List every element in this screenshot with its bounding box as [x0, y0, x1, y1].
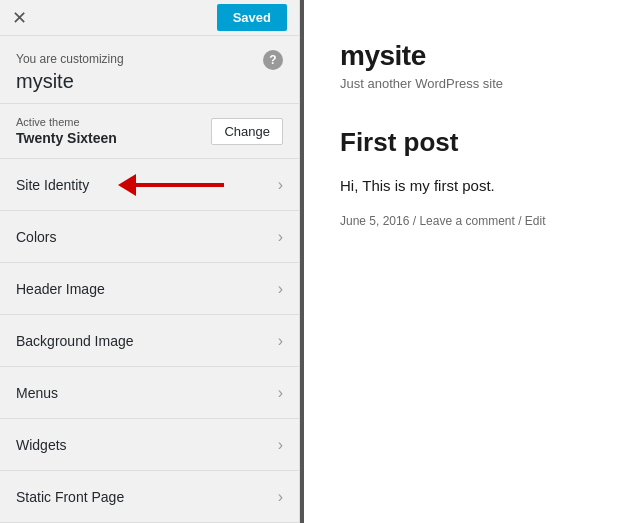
- post-date: June 5, 2016: [340, 214, 409, 228]
- leave-comment-link[interactable]: Leave a comment: [419, 214, 514, 228]
- theme-label: Active theme: [16, 116, 117, 128]
- chevron-right-icon: ›: [278, 280, 283, 298]
- change-theme-button[interactable]: Change: [211, 118, 283, 145]
- menu-item-widgets[interactable]: Widgets ›: [0, 419, 299, 471]
- menu-item-menus[interactable]: Menus ›: [0, 367, 299, 419]
- theme-name: Twenty Sixteen: [16, 130, 117, 146]
- help-icon[interactable]: ?: [263, 50, 283, 70]
- meta-separator: /: [518, 214, 525, 228]
- chevron-right-icon: ›: [278, 384, 283, 402]
- customizer-panel: ✕ Saved You are customizing ? mysite Act…: [0, 0, 300, 523]
- edit-link[interactable]: Edit: [525, 214, 546, 228]
- menu-item-label: Menus: [16, 385, 58, 401]
- menu-item-background-image[interactable]: Background Image ›: [0, 315, 299, 367]
- top-bar: ✕ Saved: [0, 0, 299, 36]
- customizing-section: You are customizing ? mysite: [0, 36, 299, 104]
- site-name: mysite: [16, 70, 283, 93]
- saved-button[interactable]: Saved: [217, 4, 287, 31]
- theme-info: Active theme Twenty Sixteen: [16, 116, 117, 146]
- menu-item-label: Colors: [16, 229, 56, 245]
- arrow-annotation: [118, 174, 224, 196]
- preview-post-meta: June 5, 2016 / Leave a comment / Edit: [340, 214, 604, 228]
- menu-item-colors[interactable]: Colors ›: [0, 211, 299, 263]
- chevron-right-icon: ›: [278, 436, 283, 454]
- preview-post-title: First post: [340, 127, 604, 158]
- arrow-line: [136, 183, 224, 187]
- theme-section: Active theme Twenty Sixteen Change: [0, 104, 299, 159]
- menu-item-label: Static Front Page: [16, 489, 124, 505]
- preview-site-title: mysite: [340, 40, 604, 72]
- menu-item-label: Widgets: [16, 437, 67, 453]
- arrow-head: [118, 174, 136, 196]
- menu-item-site-identity[interactable]: Site Identity ›: [0, 159, 299, 211]
- menu-item-header-image[interactable]: Header Image ›: [0, 263, 299, 315]
- chevron-right-icon: ›: [278, 176, 283, 194]
- menu-item-label: Header Image: [16, 281, 105, 297]
- chevron-right-icon: ›: [278, 228, 283, 246]
- customizing-label: You are customizing: [16, 52, 124, 66]
- preview-content: mysite Just another WordPress site First…: [304, 0, 640, 258]
- menu-item-static-front-page[interactable]: Static Front Page ›: [0, 471, 299, 523]
- preview-tagline: Just another WordPress site: [340, 76, 604, 91]
- close-icon[interactable]: ✕: [12, 9, 27, 27]
- chevron-right-icon: ›: [278, 332, 283, 350]
- preview-panel: mysite Just another WordPress site First…: [300, 0, 640, 523]
- menu-item-label: Site Identity: [16, 177, 89, 193]
- chevron-right-icon: ›: [278, 488, 283, 506]
- customizer-menu: Site Identity › Colors › Header Image › …: [0, 159, 299, 523]
- menu-item-label: Background Image: [16, 333, 134, 349]
- preview-post-content: Hi, This is my first post.: [340, 174, 604, 198]
